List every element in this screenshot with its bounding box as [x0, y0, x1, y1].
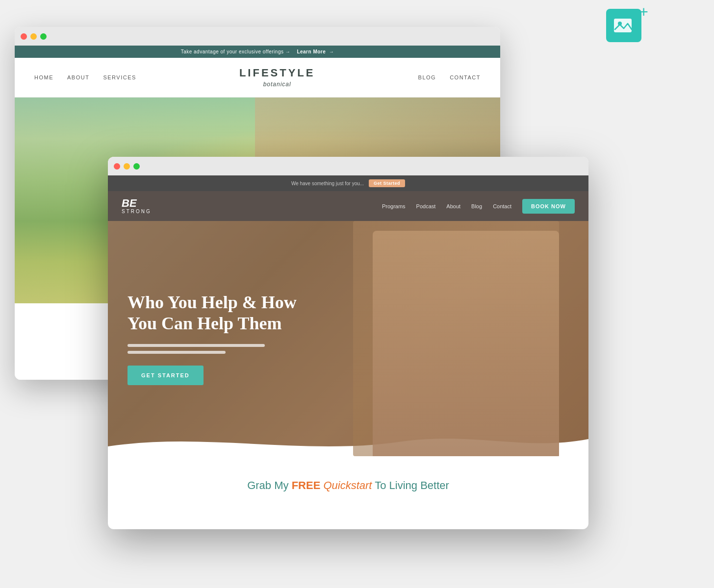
bottom-suffix: To Living Better	[372, 479, 449, 491]
bestrong-announcement-bar: We have something just for you... Get St…	[108, 175, 588, 191]
text-line-1	[128, 344, 265, 347]
logo-main: LIFESTYLE	[239, 67, 315, 79]
nav-programs[interactable]: Programs	[382, 203, 406, 209]
bestrong-hero-title: Who You Help & How You Can Help Them	[128, 292, 297, 334]
bestrong-cta-button[interactable]: GET STARTED	[128, 366, 204, 385]
lifestyle-nav: HOME ABOUT SERVICES LIFESTYLE botanical …	[15, 58, 500, 98]
lifestyle-nav-left: HOME ABOUT SERVICES	[34, 74, 136, 80]
bestrong-hero: Who You Help & How You Can Help Them GET…	[108, 221, 588, 456]
maximize-dot-front[interactable]	[133, 163, 140, 170]
bottom-quickstart: Quickstart	[323, 479, 372, 491]
logo-sub: botanical	[263, 81, 291, 88]
bestrong-hero-person	[353, 221, 559, 456]
logo-strong: STRONG	[122, 209, 152, 214]
bestrong-bottom-text: Grab My FREE Quickstart To Living Better	[247, 479, 449, 492]
lifestyle-nav-right: BLOG CONTACT	[418, 74, 481, 80]
bestrong-nav-links: Programs Podcast About Blog Contact BOOK…	[382, 199, 575, 214]
bestrong-announcement-button[interactable]: Get Started	[369, 179, 405, 187]
nav-about[interactable]: About	[446, 203, 460, 209]
announcement-text: Take advantage of your exclusive offerin…	[181, 49, 291, 54]
nav-blog[interactable]: BLOG	[418, 74, 436, 80]
plus-icon: +	[639, 4, 648, 20]
announcement-link[interactable]: Learn More	[297, 49, 326, 54]
bestrong-text-lines	[128, 344, 297, 354]
book-now-button[interactable]: BOOK NOW	[522, 199, 575, 214]
bottom-free: FREE	[292, 479, 321, 491]
bottom-prefix: Grab My	[247, 479, 291, 491]
maximize-dot[interactable]	[40, 33, 47, 40]
text-line-2	[128, 351, 226, 354]
close-dot-front[interactable]	[114, 163, 120, 170]
minimize-dot[interactable]	[30, 33, 37, 40]
lifestyle-announcement-bar: Take advantage of your exclusive offerin…	[15, 46, 500, 58]
announcement-arrow: →	[329, 49, 334, 54]
nav-home[interactable]: HOME	[34, 74, 53, 80]
lifestyle-logo: LIFESTYLE botanical	[239, 67, 315, 88]
minimize-dot-front[interactable]	[124, 163, 130, 170]
bestrong-hero-content: Who You Help & How You Can Help Them GET…	[108, 292, 316, 385]
browser-titlebar-back	[15, 27, 500, 46]
nav-podcast[interactable]: Podcast	[416, 203, 436, 209]
bestrong-nav: BE STRONG Programs Podcast About Blog Co…	[108, 191, 588, 221]
nav-blog[interactable]: Blog	[471, 203, 482, 209]
close-dot[interactable]	[21, 33, 27, 40]
browser-titlebar-front	[108, 157, 588, 175]
bestrong-browser-window: We have something just for you... Get St…	[108, 157, 588, 529]
bestrong-bottom-section: Grab My FREE Quickstart To Living Better	[108, 456, 588, 515]
nav-about[interactable]: ABOUT	[67, 74, 89, 80]
add-image-icon[interactable]: +	[606, 9, 645, 48]
nav-contact[interactable]: CONTACT	[450, 74, 481, 80]
bestrong-logo: BE STRONG	[122, 198, 152, 214]
nav-contact[interactable]: Contact	[493, 203, 511, 209]
nav-services[interactable]: SERVICES	[103, 74, 136, 80]
logo-be: BE	[122, 198, 152, 209]
bestrong-announcement-text: We have something just for you...	[291, 181, 364, 186]
